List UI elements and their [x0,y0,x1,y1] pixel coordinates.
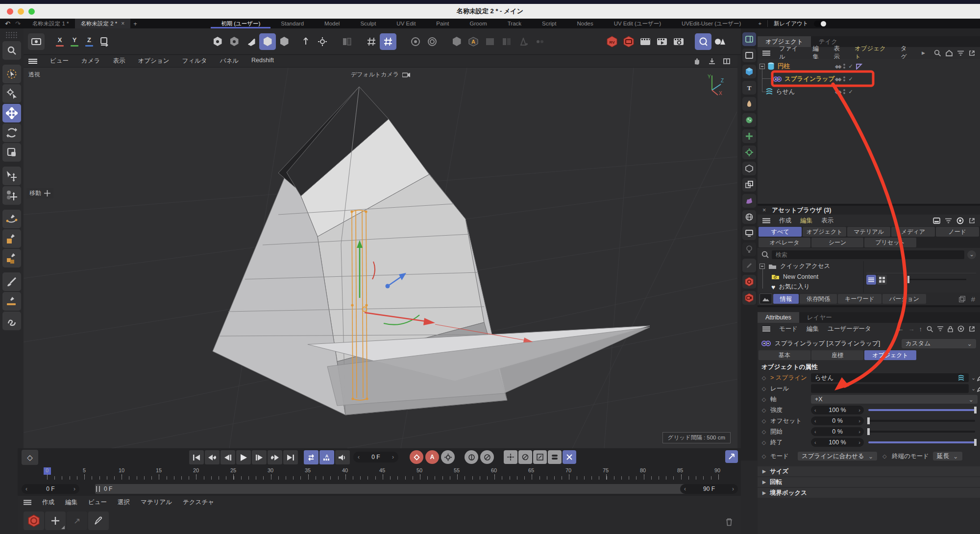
attr-popout-icon[interactable] [969,326,975,332]
parent-icon[interactable]: ↑ [919,325,923,333]
record-rotation-button[interactable] [480,450,494,464]
toolbar-drag-handle[interactable] [5,31,18,38]
tree-row-cylinder[interactable]: 円柱 ◆◆ ✓ [758,61,980,72]
keyframe-dot-icon[interactable]: ◇ [758,386,770,392]
expand-timeline-button[interactable] [725,450,738,463]
viewport-menu-item[interactable]: Redshift [251,57,274,65]
offset-slider[interactable] [868,420,975,422]
lightbulb-icon[interactable] [742,243,756,256]
dynamics-gear-icon[interactable] [742,146,756,159]
keyframe-dot-icon[interactable]: ◇ [758,375,770,381]
end-mode-dropdown[interactable]: 延長⌄ [933,452,962,461]
autokey-display-button[interactable]: A [319,450,334,464]
thumbnail-size-slider[interactable] [907,279,966,280]
pan-view-icon[interactable] [693,58,701,65]
ab-popout-icon[interactable] [969,218,975,224]
viewport-menu-icon[interactable] [28,58,37,64]
snap-settings-button[interactable] [424,33,441,50]
asset-hexagon-button[interactable] [448,33,465,50]
split-view-button[interactable] [339,33,355,50]
make-editable-button[interactable] [209,33,226,50]
phong-tag-icon[interactable] [856,63,862,70]
attr-menu-icon[interactable] [762,326,770,332]
copy-icon[interactable] [959,296,965,302]
enabled-check-icon[interactable]: ✓ [848,63,853,70]
range-handle-left-2[interactable] [99,486,100,492]
slider-handle[interactable] [867,417,870,424]
redshift-light-icon[interactable] [742,275,756,289]
layout-tab[interactable]: UVEdit-User (ユーザー) [671,19,751,28]
offset-spinner[interactable]: ‹0 %› [811,416,864,425]
loop-playback-button[interactable] [304,450,318,464]
doc-tab-2[interactable]: 名称未設定 2 * × [75,19,131,28]
asset-category-tab[interactable]: プリセット [864,238,916,247]
object-name[interactable]: 円柱 [778,62,790,71]
redshift-camera-icon[interactable] [742,291,756,305]
history-back-icon[interactable]: ← [898,325,904,333]
field-plus-icon[interactable] [742,129,756,143]
tree-row-helix[interactable]: らせん ◆◆ ✓ [758,86,980,97]
globe-icon[interactable] [742,210,756,224]
viewport-menu-item[interactable]: パネル [220,57,239,65]
spline-pen-tool[interactable] [2,210,21,228]
keyframe-dot-icon[interactable]: ◇ [758,396,770,403]
hash-icon[interactable]: # [971,295,975,303]
ab-menu-item[interactable]: 表示 [821,217,833,225]
end-spinner[interactable]: ‹100 %› [811,438,864,447]
close-panel-icon[interactable]: × [762,207,766,214]
record-scale-toggle[interactable] [533,450,547,464]
add-material-button[interactable] [45,511,66,530]
pencil-icon[interactable] [742,259,756,272]
axis-lock-y-button[interactable]: Y [67,33,82,50]
coordinates-gear-button[interactable] [314,33,331,50]
viewport-menu-item[interactable]: オプション [138,57,169,65]
material-menu-item[interactable]: テクスチャ [183,498,214,507]
grid-view-icon[interactable] [877,275,887,285]
ab-filter-icon[interactable] [945,218,952,223]
layout-tab[interactable]: Model [314,19,350,28]
layout-tab[interactable]: Groom [460,19,497,28]
viewport[interactable]: 透視 デフォルトカメラ Y Z X グリッド間隔 : 500 cm 移動 [24,68,737,448]
autokey-button[interactable]: A [425,450,439,464]
plane-icon[interactable] [742,49,756,62]
om-filter-icon[interactable] [957,50,964,56]
slider-handle[interactable] [907,276,909,283]
material-menu-item[interactable]: 編集 [65,498,77,507]
enabled-check-icon[interactable]: ✓ [848,89,853,95]
attr-filter-icon[interactable] [937,326,943,331]
sketch-spline-tool[interactable] [2,229,21,248]
layout-tab[interactable]: UV Edit [386,19,426,28]
viewport-menu-item[interactable]: カメラ [81,57,100,65]
cube-icon[interactable] [742,65,756,78]
record-position-toggle[interactable] [504,450,517,464]
lock-icon[interactable] [948,326,953,332]
strength-slider[interactable] [868,409,975,411]
range-start-spinner[interactable]: ‹ 0 F › [22,484,79,494]
polygon-pen-tool[interactable] [2,249,21,267]
doc-tab-1[interactable]: 名称未設定 1 * [26,19,75,28]
mat-menu-icon[interactable] [24,500,31,505]
redshift-renderview-button[interactable]: RV [604,33,620,50]
slider-handle[interactable] [974,439,977,446]
range-end-spinner[interactable]: ‹ 90 F › [680,484,738,494]
camera-icon[interactable] [402,72,410,78]
range-handle-left[interactable] [96,486,97,492]
camera-label[interactable]: デフォルトカメラ [351,71,399,79]
layer-icon[interactable]: ◆◆ [835,89,840,95]
live-selection-tool[interactable] [2,65,21,83]
model-mode-button[interactable] [226,33,243,50]
om-menu-overflow-icon[interactable]: ▶ [922,50,925,55]
enabled-check-icon[interactable]: ✓ [848,76,853,82]
slider-handle[interactable] [974,407,977,413]
switch-view-icon[interactable] [723,58,731,65]
keyframe-dot-icon[interactable]: ◇ [758,453,770,460]
asset-category-tab[interactable]: メディア [891,227,934,237]
pane-divider[interactable] [863,261,864,292]
sculpt-icon[interactable] [742,97,756,111]
workplane-button[interactable] [97,33,113,50]
shapes-button[interactable] [711,33,728,50]
layout-tab[interactable]: Track [497,19,532,28]
layout-tab[interactable]: Script [532,19,566,28]
keyframe-dot-icon[interactable]: ◇ [758,418,770,424]
play-button[interactable] [236,450,251,464]
